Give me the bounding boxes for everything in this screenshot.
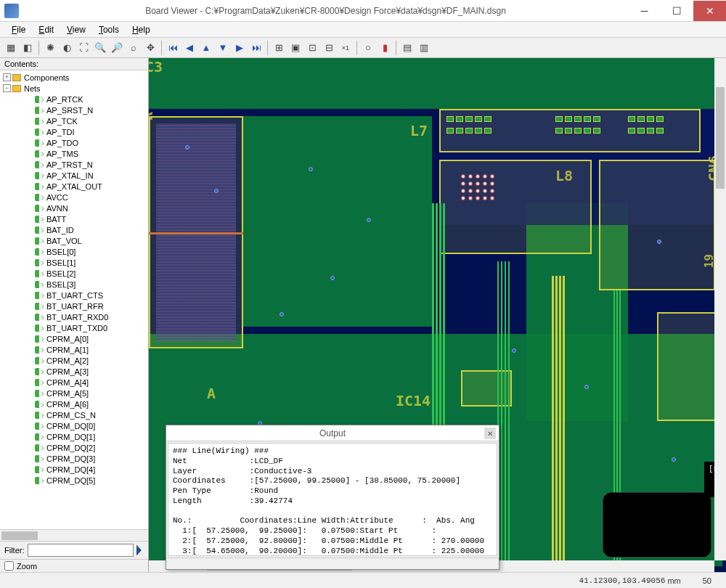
tool-hide-icon[interactable]: ◧ [20, 40, 36, 56]
tree-net-item[interactable]: AVNN [1, 203, 147, 213]
tool-report-icon[interactable]: ▥ [416, 40, 432, 56]
close-button[interactable] [693, 1, 726, 21]
tool-info-icon[interactable]: ○ [360, 40, 376, 56]
tree-net-item[interactable]: CPRM_A[1] [1, 344, 147, 355]
tool-x1-icon[interactable]: ×1 [338, 40, 354, 56]
tree-net-item[interactable]: BSEL[0] [1, 246, 147, 257]
net-icon [35, 390, 44, 397]
tool-zoomout-icon[interactable]: 🔎 [109, 40, 125, 56]
tree-net-item[interactable]: BAT_VOL [1, 235, 147, 246]
net-icon [35, 368, 44, 375]
tree-net-item[interactable]: AP_TCK [1, 115, 147, 126]
menu-view[interactable]: View [61, 23, 91, 36]
tree-net-item[interactable]: AP_TRST_N [1, 159, 147, 170]
tool-down-icon[interactable]: ▼ [215, 40, 231, 56]
tree-net-item[interactable]: BT_UART_RFR [1, 301, 147, 311]
filter-go-button[interactable] [136, 544, 144, 556]
zoom-row: Zoom [0, 559, 148, 572]
tool-output-icon[interactable]: ▤ [399, 40, 415, 56]
output-window: Output ✕ ### Line(Wiring) ### Net :LCD_D… [166, 425, 499, 570]
tool-last-icon[interactable]: ⏭ [248, 40, 264, 56]
tool-layers-icon[interactable]: ▦ [3, 40, 19, 56]
tree-net-item[interactable]: CPRM_DQ[0] [1, 420, 147, 431]
net-icon [35, 194, 44, 201]
window-controls [628, 1, 726, 21]
tool-snap-icon[interactable]: ⊟ [321, 40, 337, 56]
output-titlebar[interactable]: Output ✕ [166, 425, 499, 441]
tool-zoomin-icon[interactable]: 🔍 [92, 40, 108, 56]
tree-net-item[interactable]: BAT_ID [1, 224, 147, 235]
filter-input[interactable] [28, 544, 134, 557]
tree-net-item[interactable]: CPRM_A[2] [1, 355, 147, 366]
tool-zoomarea-icon[interactable]: ⌕ [126, 40, 142, 56]
tree-net-item[interactable]: AP_TMS [1, 148, 147, 159]
tree-net-item[interactable]: BSEL[3] [1, 279, 147, 290]
tree-net-item[interactable]: AP_XTAL_OUT [1, 181, 147, 192]
menu-file[interactable]: File [6, 23, 31, 36]
tree-net-item[interactable]: CPRM_DQ[1] [1, 431, 147, 442]
tree-net-item[interactable]: BATT [1, 213, 147, 224]
tool-fit-icon[interactable]: ⛶ [76, 40, 91, 56]
tool-up-icon[interactable]: ▲ [198, 40, 214, 56]
tree-components[interactable]: +Components [1, 72, 147, 83]
minimize-button[interactable] [628, 1, 661, 21]
tree-nets[interactable]: −Nets [1, 83, 147, 94]
statusbar: 41.12300,103.49056 mm 50 [0, 572, 726, 588]
output-text[interactable]: ### Line(Wiring) ### Net :LCD_DF Layer :… [168, 443, 497, 556]
tool-measure-icon[interactable]: ⊞ [271, 40, 287, 56]
output-hscroll[interactable] [166, 558, 499, 569]
menu-help[interactable]: Help [126, 23, 156, 36]
tree-net-item[interactable]: CPRM_A[0] [1, 333, 147, 344]
status-coords: 41.12300,103.49056 [579, 576, 666, 585]
tree-net-item[interactable]: CPRM_DQ[5] [1, 475, 147, 486]
net-icon [35, 303, 44, 310]
status-unit: mm [667, 576, 680, 585]
output-close-button[interactable]: ✕ [484, 428, 496, 439]
net-icon [35, 183, 44, 190]
tree-net-item[interactable]: CPRM_CS_N [1, 409, 147, 420]
tool-highlight-icon[interactable]: ▮ [377, 40, 393, 56]
tool-first-icon[interactable]: ⏮ [165, 40, 181, 56]
tree-net-item[interactable]: AP_XTAL_IN [1, 170, 147, 181]
net-icon [35, 161, 44, 168]
tree-net-item[interactable]: BSEL[1] [1, 257, 147, 268]
tree-net-item[interactable]: CPRM_A[3] [1, 366, 147, 377]
tree-net-item[interactable]: CPRM_A[6] [1, 399, 147, 409]
tree-net-item[interactable]: AP_TDO [1, 137, 147, 148]
tree-net-item[interactable]: AP_RTCK [1, 94, 147, 105]
net-icon [35, 379, 44, 386]
tool-grid-icon[interactable]: ⊡ [304, 40, 320, 56]
tree-net-item[interactable]: CPRM_A[5] [1, 388, 147, 399]
window-title: Board Viewer - C:¥ProgramData¥Zuken¥CR-8… [23, 6, 628, 16]
tool-next-icon[interactable]: ▶ [232, 40, 248, 56]
tree-net-item[interactable]: AP_TDI [1, 126, 147, 137]
menu-tools[interactable]: Tools [93, 23, 125, 36]
maximize-button[interactable] [661, 1, 693, 21]
sidebar: Contents: +Components−NetsAP_RTCKAP_SRST… [0, 58, 149, 572]
tree-net-item[interactable]: CPRM_A[4] [1, 377, 147, 388]
tool-prev-icon[interactable]: ◀ [182, 40, 197, 56]
tree-net-item[interactable]: AVCC [1, 192, 147, 203]
tree-net-item[interactable]: BT_UART_TXD0 [1, 322, 147, 333]
tree-net-item[interactable]: BT_UART_CTS [1, 290, 147, 301]
tree-net-item[interactable]: AP_SRST_N [1, 105, 147, 115]
tree-net-item[interactable]: CPRM_DQ[4] [1, 464, 147, 475]
canvas-vscroll[interactable] [714, 58, 726, 560]
tool-select-icon[interactable]: ▣ [287, 40, 303, 56]
tree-net-item[interactable]: CPRM_DQ[2] [1, 442, 147, 453]
status-zoom: 50 [703, 576, 711, 585]
sidebar-hscroll[interactable] [0, 529, 148, 541]
tool-toggle-icon[interactable]: ◐ [59, 40, 75, 56]
net-icon [35, 466, 44, 473]
zoom-checkbox[interactable] [4, 561, 14, 571]
tree-net-item[interactable]: CPRM_DQ[3] [1, 453, 147, 464]
net-icon [35, 412, 44, 419]
net-icon [35, 455, 44, 462]
tree-net-item[interactable]: BT_UART_RXD0 [1, 311, 147, 322]
contents-tree[interactable]: +Components−NetsAP_RTCKAP_SRST_NAP_TCKAP… [0, 70, 148, 529]
tree-net-item[interactable]: BSEL[2] [1, 268, 147, 279]
menu-edit[interactable]: Edit [33, 23, 60, 36]
tool-refresh-icon[interactable]: ✺ [42, 40, 58, 56]
tool-pan-icon[interactable]: ✥ [142, 40, 158, 56]
net-icon [35, 150, 44, 158]
